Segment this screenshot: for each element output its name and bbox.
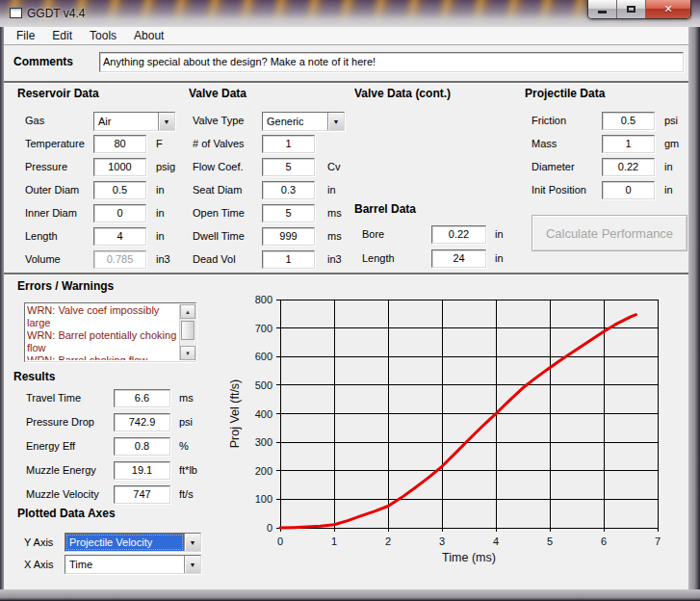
open-time-input[interactable]: 5 bbox=[262, 204, 315, 222]
minimize-icon bbox=[598, 11, 607, 13]
num-valves-input[interactable]: 1 bbox=[262, 135, 315, 153]
pressure-drop-output[interactable]: 742.9 bbox=[114, 413, 170, 431]
energy-eff-output[interactable]: 0.8 bbox=[114, 437, 170, 456]
svg-text:6: 6 bbox=[601, 536, 607, 547]
scroll-up-icon[interactable]: ▲ bbox=[180, 304, 195, 319]
chevron-down-icon[interactable]: ▼ bbox=[158, 113, 174, 130]
close-button[interactable]: ✕ bbox=[646, 0, 690, 18]
client-area: File Edit Tools About Comments Anything … bbox=[4, 27, 688, 589]
temperature-input[interactable]: 80 bbox=[93, 135, 146, 153]
scroll-down-icon[interactable]: ▼ bbox=[180, 346, 195, 360]
x-axis-combobox[interactable]: Time ▼ bbox=[65, 555, 201, 574]
x-axis-label: X Axis bbox=[24, 559, 54, 570]
chevron-down-icon[interactable]: ▼ bbox=[184, 556, 200, 573]
seat-diam-unit: in bbox=[327, 184, 336, 196]
warning-item[interactable]: WRN: Valve coef impossibly large bbox=[27, 304, 178, 329]
friction-input[interactable]: 0.5 bbox=[602, 112, 655, 130]
init-position-label: Init Position bbox=[531, 184, 586, 196]
reservoir-section-title: Reservoir Data bbox=[17, 87, 99, 100]
svg-text:800: 800 bbox=[255, 294, 272, 305]
init-position-unit: in bbox=[664, 184, 673, 196]
errors-section-title: Errors / Warnings bbox=[17, 279, 114, 293]
separator-middle bbox=[4, 273, 688, 274]
errors-listbox[interactable]: WRN: Valve coef impossibly large WRN: Ba… bbox=[24, 302, 196, 362]
muzzle-energy-output[interactable]: 19.1 bbox=[114, 461, 170, 480]
y-axis-label: Y Axis bbox=[24, 536, 53, 548]
svg-text:5: 5 bbox=[547, 536, 553, 547]
y-axis-combobox[interactable]: Projectile Velocity ▼ bbox=[65, 533, 201, 552]
svg-text:4: 4 bbox=[493, 536, 499, 547]
diameter-input[interactable]: 0.22 bbox=[602, 158, 655, 176]
muzzle-velocity-label: Muzzle Velocity bbox=[26, 488, 99, 500]
friction-unit: psi bbox=[664, 115, 678, 126]
maximize-button[interactable] bbox=[617, 0, 646, 18]
seat-diam-label: Seat Diam bbox=[193, 184, 242, 196]
warning-item[interactable]: WRN: Barrel potentially choking flow bbox=[27, 329, 178, 354]
chevron-down-icon[interactable]: ▼ bbox=[184, 534, 200, 551]
window-frame-bottom bbox=[0, 589, 700, 601]
seat-diam-input[interactable]: 0.3 bbox=[262, 181, 315, 199]
menu-file[interactable]: File bbox=[8, 27, 43, 44]
svg-text:Proj Vel (ft/s): Proj Vel (ft/s) bbox=[228, 379, 242, 449]
inner-diam-unit: in bbox=[156, 207, 165, 219]
num-valves-label: # of Valves bbox=[193, 138, 245, 149]
menu-tools[interactable]: Tools bbox=[81, 27, 125, 44]
dwell-time-input[interactable]: 999 bbox=[262, 227, 315, 246]
inner-diam-input[interactable]: 0 bbox=[93, 204, 146, 222]
svg-text:1: 1 bbox=[331, 536, 337, 547]
warning-item[interactable]: WRN: Barrel choking flow bbox=[27, 354, 178, 360]
dead-vol-label: Dead Vol bbox=[193, 253, 236, 265]
flow-coef-input[interactable]: 5 bbox=[262, 158, 315, 176]
travel-time-output[interactable]: 6.6 bbox=[114, 389, 170, 407]
app-icon bbox=[10, 8, 22, 18]
errors-scrollbar[interactable]: ▲ ▼ bbox=[179, 304, 194, 360]
dead-vol-input[interactable]: 1 bbox=[262, 250, 315, 269]
outer-diam-input[interactable]: 0.5 bbox=[93, 181, 146, 199]
menu-about[interactable]: About bbox=[125, 27, 172, 44]
flow-coef-unit: Cv bbox=[327, 161, 340, 172]
svg-text:2: 2 bbox=[385, 536, 391, 547]
window-frame-right bbox=[688, 27, 700, 589]
gas-combobox[interactable]: Air ▼ bbox=[93, 112, 175, 131]
temperature-label: Temperature bbox=[25, 138, 85, 149]
svg-text:300: 300 bbox=[255, 436, 272, 448]
scrollbar-thumb[interactable] bbox=[181, 321, 194, 340]
svg-text:500: 500 bbox=[255, 379, 272, 391]
diameter-label: Diameter bbox=[531, 161, 575, 172]
muzzle-velocity-unit: ft/s bbox=[179, 488, 194, 500]
bore-label: Bore bbox=[362, 228, 384, 240]
muzzle-energy-unit: ft*lb bbox=[179, 464, 197, 476]
pressure-drop-unit: psi bbox=[179, 416, 193, 428]
svg-text:7: 7 bbox=[655, 536, 661, 547]
pressure-input[interactable]: 1000 bbox=[93, 158, 146, 176]
inner-diam-label: Inner Diam bbox=[25, 207, 77, 219]
temperature-unit: F bbox=[156, 138, 163, 149]
svg-text:3: 3 bbox=[439, 536, 445, 547]
barrel-length-input[interactable]: 24 bbox=[431, 249, 486, 268]
svg-text:100: 100 bbox=[255, 493, 272, 505]
menu-edit[interactable]: Edit bbox=[43, 27, 81, 44]
title-bar[interactable]: GGDT v4.4 ✕ bbox=[0, 0, 700, 27]
maximize-icon bbox=[627, 6, 635, 13]
comments-input[interactable]: Anything special about the design? Make … bbox=[99, 52, 684, 72]
chevron-down-icon[interactable]: ▼ bbox=[327, 113, 344, 130]
valve-section-title: Valve Data bbox=[189, 87, 246, 100]
y-axis-value: Projectile Velocity bbox=[65, 534, 184, 551]
errors-list: WRN: Valve coef impossibly large WRN: Ba… bbox=[27, 304, 178, 360]
pressure-label: Pressure bbox=[25, 161, 67, 172]
mass-input[interactable]: 1 bbox=[602, 135, 655, 153]
volume-label: Volume bbox=[25, 253, 61, 265]
calculate-performance-button[interactable]: Calculate Performance bbox=[531, 215, 687, 251]
results-section-title: Results bbox=[13, 370, 55, 383]
valve-type-combobox[interactable]: Generic ▼ bbox=[262, 112, 345, 131]
minimize-button[interactable] bbox=[588, 0, 617, 18]
valve-cont-section-title: Valve Data (cont.) bbox=[354, 87, 451, 100]
muzzle-velocity-output[interactable]: 747 bbox=[114, 485, 170, 504]
init-position-input[interactable]: 0 bbox=[602, 181, 655, 199]
svg-text:0: 0 bbox=[277, 536, 283, 547]
reservoir-length-input[interactable]: 4 bbox=[93, 227, 146, 246]
gas-label: Gas bbox=[25, 115, 44, 126]
bore-input[interactable]: 0.22 bbox=[431, 225, 486, 244]
svg-text:Time (ms): Time (ms) bbox=[442, 551, 496, 564]
pressure-drop-label: Pressure Drop bbox=[26, 416, 94, 428]
